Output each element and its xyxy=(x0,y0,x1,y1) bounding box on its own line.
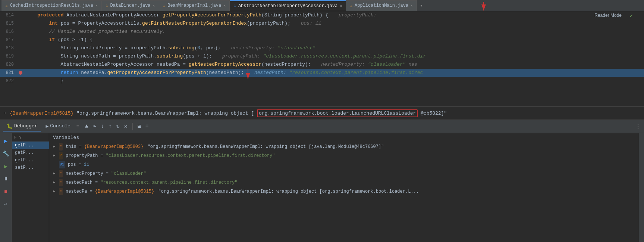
call-stack-item-0[interactable]: getP... xyxy=(12,142,49,149)
resume-icon[interactable]: ▲ xyxy=(84,122,89,130)
java-icon-active: ☕ xyxy=(233,3,236,8)
resume-side-btn[interactable]: ▶ xyxy=(1,136,10,145)
java-icon: ☕ xyxy=(163,3,166,8)
var-val-nestedpa-text: "org.springframework.beans.BeanWrapperIm… xyxy=(155,188,419,195)
line-gutter xyxy=(17,52,24,60)
line-gutter xyxy=(17,60,24,69)
settings-icon[interactable]: ⋮ xyxy=(635,123,641,130)
var-item-nestedpa[interactable]: ▶ ≡ nestedPa = {BeanWrapperImpl@5815} "o… xyxy=(49,187,639,196)
tab-label: BeanWrapperImpl.java xyxy=(167,3,221,8)
var-icon-field: ≡ xyxy=(59,143,63,151)
line-gutter xyxy=(17,28,24,36)
line-number: 819 xyxy=(0,52,17,60)
line-content: // Handle nested properties recursively. xyxy=(24,28,644,36)
line-content: protected AbstractNestablePropertyAccess… xyxy=(24,11,644,19)
side-toolbar: ▶ 🔧 ▶ ⏸ ■ ↩ xyxy=(0,133,12,242)
step-side-btn[interactable]: ▶ xyxy=(1,162,10,171)
var-expand-icon: ▶ xyxy=(53,170,57,177)
code-line-819: 819 String nestedPath = propertyPath.sub… xyxy=(0,52,644,60)
tab-console[interactable]: ▶ Console xyxy=(42,122,74,131)
debug-toolbar-icons: ▲ ↷ ↓ ↑ ↻ ✕ ⊞ ≡ xyxy=(84,122,150,131)
tab-close[interactable]: ✕ xyxy=(153,3,155,8)
var-eq: = xyxy=(106,170,109,177)
code-line-820: 820 AbstractNestablePropertyAccessor nes… xyxy=(0,60,644,69)
debugger-content: ▶ 🔧 ▶ ⏸ ■ ↩ F ∨ getP... getP... getP... … xyxy=(0,133,644,242)
line-content: String nestedProperty = propertyPath.sub… xyxy=(24,44,644,52)
var-eq: = xyxy=(100,152,103,159)
var-eq: = xyxy=(79,161,81,168)
line-gutter-breakpoint xyxy=(17,69,24,77)
var-expand-icon: ▶ xyxy=(53,143,57,151)
var-name-pos: pos xyxy=(68,161,76,168)
right-gutter xyxy=(639,133,644,242)
tab-beanwrapper[interactable]: ☕ BeanWrapperImpl.java ✕ xyxy=(159,0,230,11)
tab-cached[interactable]: ☕ CachedIntrospectionResults.java ✕ xyxy=(1,0,102,11)
tab-label: ApplicationMain.java xyxy=(355,3,408,8)
evaluate-icon[interactable]: ✕ xyxy=(123,122,129,131)
line-number: 821 xyxy=(0,69,17,77)
layout-icon[interactable]: ≡ xyxy=(144,122,150,130)
line-number: 822 xyxy=(0,77,17,85)
line-gutter xyxy=(17,44,24,52)
line-content: int pos = PropertyAccessorUtils.getFirst… xyxy=(24,19,644,28)
line-number: 820 xyxy=(0,60,17,69)
var-item-nestedpath[interactable]: ▶ ≡ nestedPath = "resources.context.pare… xyxy=(49,178,639,187)
toolbar-separator xyxy=(132,123,133,130)
code-line-817: 817 if (pos > -1) { xyxy=(0,36,644,44)
line-content: String nestedPath = propertyPath.substri… xyxy=(24,52,644,60)
navigate-side-btn[interactable]: ↩ xyxy=(1,200,10,209)
debugger-icon: 🐛 xyxy=(7,123,13,129)
tab-applicationmain[interactable]: ☕ ApplicationMain.java ✕ xyxy=(346,0,417,11)
wrench-side-btn[interactable]: 🔧 xyxy=(1,149,10,158)
tab-close[interactable]: ✕ xyxy=(95,3,98,8)
debug-expression-bar: + {BeanWrapperImpl@5815} "org.springfram… xyxy=(0,106,644,120)
tab-close[interactable]: ✕ xyxy=(411,3,413,8)
line-number: 815 xyxy=(0,19,17,28)
var-val-nestedpath: "resources.context.parent.pipeline.first… xyxy=(100,179,237,186)
stop-side-btn[interactable]: ■ xyxy=(1,187,10,196)
pause-side-btn[interactable]: ⏸ xyxy=(1,174,10,183)
line-number: 816 xyxy=(0,28,17,36)
variables-label: Variables xyxy=(53,135,79,140)
variables-list: ▶ ≡ this = {BeanWrapperImpl@5803} "org.s… xyxy=(49,142,639,239)
line-number: 818 xyxy=(0,44,17,52)
tab-more-button[interactable]: ▾ xyxy=(418,3,424,9)
var-expand-icon xyxy=(53,161,57,168)
frames-icon[interactable]: ⊞ xyxy=(136,122,142,131)
var-item-nestedproperty[interactable]: ▶ ≡ nestedProperty = "classLoader" xyxy=(49,169,639,178)
tab-close[interactable]: ✕ xyxy=(340,4,342,8)
step-into-icon[interactable]: ↓ xyxy=(100,122,105,130)
run-to-cursor-icon[interactable]: ↻ xyxy=(115,122,121,131)
frames-label: F ∨ xyxy=(14,135,22,140)
tab-debugger[interactable]: 🐛 Debugger xyxy=(3,122,41,131)
tab-label: CachedIntrospectionResults.java xyxy=(10,3,93,8)
tab-databinder[interactable]: ☕ DataBinder.java ✕ xyxy=(102,0,159,11)
debugger-toolbar: 🐛 Debugger ▶ Console ≡ ▲ ↷ ↓ ↑ ↻ ✕ ⊞ ≡ ⋮ xyxy=(0,120,644,133)
var-val-this: {BeanWrapperImpl@5803} xyxy=(84,143,143,151)
step-over-icon[interactable]: ↷ xyxy=(92,122,97,131)
code-line-822: 822 } xyxy=(0,77,644,85)
call-stack-item-3[interactable]: setP... xyxy=(12,164,49,171)
call-stack-item-1[interactable]: getP... xyxy=(12,149,49,156)
line-gutter xyxy=(17,77,24,85)
tab-debugger-label: Debugger xyxy=(14,123,37,129)
var-val-nestedproperty: "classLoader" xyxy=(111,170,146,177)
console-icon: ▶ xyxy=(45,123,48,129)
var-name-propertypath: propertyPath xyxy=(66,152,98,159)
step-out-icon[interactable]: ↑ xyxy=(107,122,113,130)
var-item-this[interactable]: ▶ ≡ this = {BeanWrapperImpl@5803} "org.s… xyxy=(49,142,639,151)
var-icon-field3: ≡ xyxy=(59,179,63,186)
var-eq: = xyxy=(79,143,82,151)
tab-label: DataBinder.java xyxy=(110,3,151,8)
variables-header: Variables xyxy=(49,133,639,142)
var-expand-icon: ▶ xyxy=(53,179,57,186)
var-item-pos[interactable]: 01 pos = 11 xyxy=(49,160,639,169)
var-name-this: this xyxy=(66,143,76,151)
tab-close[interactable]: ✕ xyxy=(223,3,226,8)
var-name-nestedpath: nestedPath xyxy=(66,179,92,186)
expand-icon[interactable]: + xyxy=(4,111,7,116)
code-editor: Reader Mode ✓ 814 protected AbstractNest… xyxy=(0,11,644,106)
call-stack-item-2[interactable]: getP... xyxy=(12,156,49,164)
var-item-propertypath[interactable]: ▶ P propertyPath = "classLoader.resource… xyxy=(49,151,639,160)
tab-abstractnestable[interactable]: ☕ AbstractNestablePropertyAccessor.java … xyxy=(230,0,346,11)
